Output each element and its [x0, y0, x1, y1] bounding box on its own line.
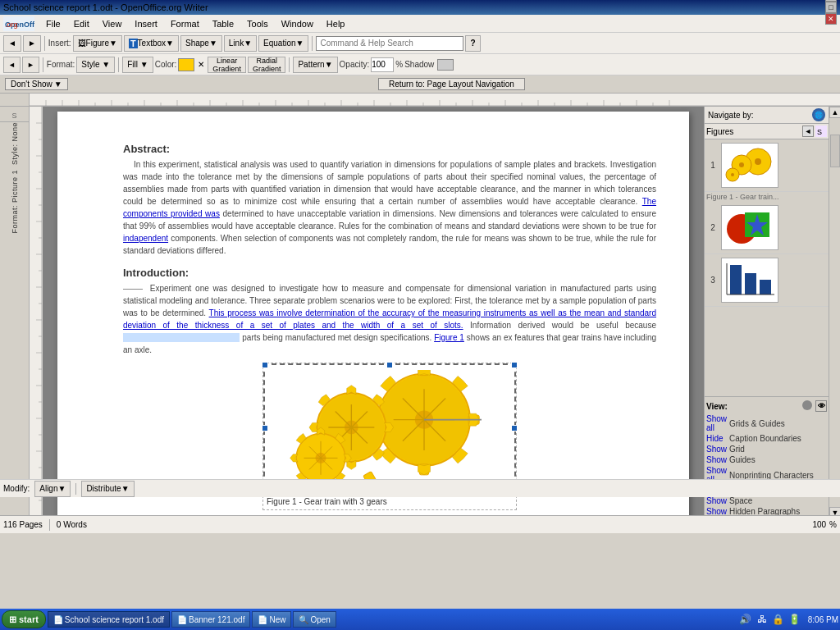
linear-gradient-button[interactable]: LinearGradient — [208, 57, 246, 73]
title-controls: ─ □ ✕ — [825, 0, 837, 25]
handle-tm[interactable] — [386, 362, 393, 368]
menu-format[interactable]: Format — [164, 17, 206, 30]
color-label: Color: — [155, 60, 177, 69]
menu-edit[interactable]: Edit — [67, 17, 96, 30]
handle-tr[interactable] — [511, 362, 518, 368]
textbox-label: Textbox▼ — [138, 39, 174, 48]
view-label: View: — [706, 402, 728, 411]
textbox-icon: T — [129, 39, 138, 48]
opacity-input[interactable] — [371, 57, 394, 72]
figures-icon: S — [815, 126, 827, 137]
command-search-input[interactable] — [316, 36, 463, 51]
maximize-button[interactable]: □ — [825, 2, 837, 13]
grid-label: Grid — [729, 445, 745, 454]
windows-logo: ⊞ — [9, 614, 16, 625]
menu-view[interactable]: View — [96, 17, 129, 30]
nav-back-button[interactable]: ◄ — [3, 35, 21, 52]
insert-label: Insert: — [48, 39, 71, 48]
menu-tools[interactable]: Tools — [240, 17, 275, 30]
style-nav-back[interactable]: ◄ — [3, 57, 21, 73]
figure-item-2[interactable]: 2 — [705, 202, 829, 254]
view-eye-icon[interactable]: 👁 — [815, 400, 827, 412]
indapendent-link: indapendent — [123, 234, 168, 243]
intro-text-1: Experiment one was designed to investiga… — [123, 282, 656, 356]
taskbar-right: 🔊 🖧 🔒 🔋 8:06 PM — [739, 613, 838, 626]
dont-show-button[interactable]: Don't Show ▼ — [5, 78, 68, 90]
textbox-button[interactable]: T Textbox▼ — [124, 35, 179, 52]
style-nav-forward[interactable]: ► — [22, 57, 39, 73]
distribute-button[interactable]: Distribute ▼ — [81, 481, 134, 497]
figure-arrow: ▼ — [109, 39, 117, 48]
main-area: S Style: None Format: Picture 1 — [0, 107, 840, 518]
view-item-guides[interactable]: Show Guides — [706, 454, 827, 465]
figure-label-1: Figure 1 - Gear train... — [705, 192, 829, 202]
battery-icon: 🔋 — [788, 613, 801, 626]
pattern-button[interactable]: Pattern▼ — [293, 57, 337, 73]
fill-button[interactable]: Fill ▼ — [122, 57, 153, 73]
return-to-page-layout-button[interactable]: Return to: Page Layout Navigation — [378, 78, 525, 90]
network-icon: 🖧 — [756, 613, 769, 626]
show-grid[interactable]: Show — [706, 445, 729, 454]
guides-label: Guides — [729, 455, 756, 464]
handle-ml[interactable] — [262, 425, 268, 431]
view-item-grid[interactable]: Show Grid — [706, 444, 827, 454]
menu-insert[interactable]: Insert — [128, 17, 164, 30]
svg-point-131 — [731, 173, 734, 176]
start-button[interactable]: ⊞ start — [2, 610, 46, 628]
color-swatch[interactable] — [178, 58, 194, 71]
hide-caption[interactable]: Hide — [706, 434, 729, 443]
figure-num-1: 1 — [706, 161, 719, 170]
svg-rect-3 — [30, 94, 840, 107]
ruler-area — [0, 94, 840, 107]
show-space[interactable]: Show — [706, 496, 729, 505]
word-count: 0 Words — [57, 520, 87, 529]
menu-help[interactable]: Help — [320, 17, 352, 30]
link-button[interactable]: Link▼ — [224, 35, 257, 52]
view-panel: View: 👁 Show all Grids & Guides Hide Cap… — [705, 396, 829, 518]
menu-table[interactable]: Table — [206, 17, 240, 30]
figure-num-2: 2 — [706, 223, 719, 232]
right-panel: Navigate by: 🌐 Figures ◄ S 1 — [704, 107, 829, 518]
taskbar-writer-button[interactable]: 📄 School science report 1.odf — [48, 611, 170, 628]
close-button[interactable]: ✕ — [825, 13, 837, 25]
align-button[interactable]: Align ▼ — [34, 481, 71, 497]
new-icon: 📄 — [258, 615, 267, 624]
menu-file[interactable]: File — [39, 17, 67, 30]
handle-mr[interactable] — [511, 425, 518, 431]
figure-button[interactable]: 🖼 Figure ▼ — [73, 35, 122, 52]
align-arrow: ▼ — [57, 484, 66, 493]
view-item-grids[interactable]: Show all Grids & Guides — [706, 413, 827, 433]
process-link: This process was involve determination o… — [123, 308, 656, 330]
taskbar-new-button[interactable]: 📄 New — [252, 611, 291, 628]
scroll-thumb[interactable] — [830, 135, 840, 167]
shape-button[interactable]: Shape▼ — [180, 35, 222, 52]
figure-item-3[interactable]: 3 — [705, 254, 829, 307]
figures-header: Figures ◄ S — [705, 124, 829, 139]
equation-button[interactable]: Equation▼ — [258, 35, 308, 52]
menu-window[interactable]: Window — [275, 17, 320, 30]
figure-box[interactable] — [263, 363, 516, 493]
globe-icon: 🌐 — [812, 108, 825, 121]
view-item-caption[interactable]: Hide Caption Boundaries — [706, 433, 827, 444]
show-all-grids[interactable]: Show all — [706, 414, 729, 432]
taskbar-open-button[interactable]: 🔍 Open — [293, 611, 336, 628]
sep-status1 — [49, 519, 50, 531]
shadow-preview — [437, 59, 454, 71]
figure-item-1[interactable]: 1 — [705, 139, 829, 192]
view-header: View: 👁 — [706, 399, 827, 413]
document-area[interactable]: Abstract: In this experiment, statistica… — [43, 107, 704, 518]
show-guides[interactable]: Show — [706, 455, 729, 464]
svg-rect-139 — [760, 280, 771, 294]
help-button[interactable]: ? — [465, 35, 480, 52]
nav-forward-button[interactable]: ► — [23, 35, 41, 52]
grids-label: Grids & Guides — [729, 419, 785, 428]
handle-tl[interactable] — [262, 362, 268, 368]
radial-gradient-button[interactable]: RadialGradient — [248, 57, 286, 73]
right-scrollbar[interactable]: ▲ ▼ — [829, 107, 840, 518]
style-button[interactable]: Style ▼ — [76, 57, 115, 73]
figures-prev[interactable]: ◄ — [802, 126, 814, 137]
scroll-up-button[interactable]: ▲ — [829, 107, 840, 118]
ruler-corner — [0, 94, 30, 107]
navigate-by-label: Navigate by: — [708, 111, 754, 120]
taskbar-banner-button[interactable]: 📄 Banner 121.odf — [171, 611, 250, 628]
